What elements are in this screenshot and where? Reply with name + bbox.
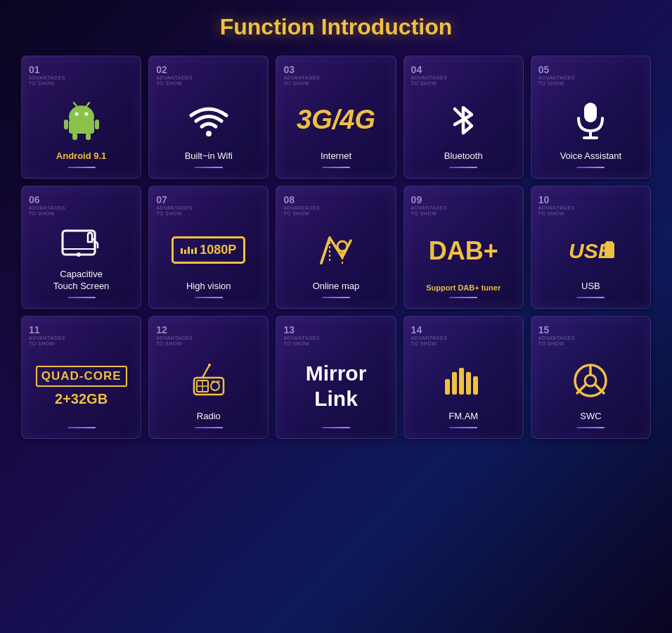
svg-rect-7: [95, 120, 99, 129]
card-subtitle: ADVANTAGESTO SHOW: [156, 205, 193, 217]
card-underline: [449, 167, 477, 168]
wifi-icon: [156, 87, 261, 151]
svg-rect-33: [217, 381, 220, 383]
card-subtitle: ADVANTAGESTO SHOW: [283, 335, 320, 347]
card-swc: 15 ADVANTAGESTO SHOW SWC: [531, 316, 651, 439]
dab-text: DAB+: [429, 236, 498, 266]
svg-line-3: [74, 103, 77, 106]
mirrorlink-icon: MirrorLink: [283, 347, 388, 423]
card-underline: [322, 427, 350, 428]
card-number: 12: [156, 325, 167, 335]
card-underline: [322, 297, 350, 298]
swc-icon: [538, 347, 643, 411]
feature-grid: 01 ADVANTAGESTO SHOW And: [21, 56, 651, 439]
card-underline: [322, 167, 350, 168]
3g4g-text: 3G/4G: [297, 105, 375, 135]
storage-text: 2+32GB: [36, 391, 127, 407]
card-subtitle: ADVANTAGESTO SHOW: [411, 335, 448, 347]
3g4g-icon: 3G/4G: [283, 87, 388, 151]
card-highvision: 07 ADVANTAGESTO SHOW 1080P High vision: [148, 186, 269, 309]
card-underline: [449, 297, 477, 298]
svg-point-31: [208, 364, 211, 366]
card-fmam: 14 ADVANTAGESTO SHOW FM.AM: [403, 316, 524, 439]
card-number: 04: [411, 65, 422, 75]
radio-icon: [156, 347, 261, 411]
usb-icon: USB: [538, 217, 643, 281]
card-label-dab: Support DAB+ tuner: [411, 283, 516, 293]
card-label-radio: Radio: [156, 411, 261, 423]
fmam-icon: [411, 347, 516, 411]
card-quadcore: 11 ADVANTAGESTO SHOW QUAD-CORE 2+32GB: [21, 316, 141, 439]
card-number: 02: [156, 65, 167, 75]
card-label-fmam: FM.AM: [411, 411, 516, 423]
card-number: 14: [411, 325, 422, 335]
card-label-highvision: High vision: [156, 281, 261, 293]
card-subtitle: ADVANTAGESTO SHOW: [411, 205, 448, 217]
card-subtitle: ADVANTAGESTO SHOW: [156, 335, 193, 347]
svg-point-16: [77, 252, 81, 257]
svg-point-10: [206, 131, 212, 136]
svg-rect-6: [64, 120, 68, 129]
card-mirrorlink: 13 ADVANTAGESTO SHOW MirrorLink: [276, 316, 396, 439]
map-icon: [283, 217, 388, 281]
svg-point-29: [211, 382, 219, 390]
svg-rect-36: [459, 368, 464, 395]
card-internet: 03 ADVANTAGESTO SHOW 3G/4G Internet: [276, 56, 396, 179]
card-label-usb: USB: [538, 281, 643, 293]
svg-point-18: [337, 241, 347, 251]
card-subtitle: ADVANTAGESTO SHOW: [29, 75, 65, 87]
card-voice: 05 ADVANTAGESTO SHOW Voice Assistant: [531, 56, 651, 179]
card-number: 01: [29, 65, 40, 75]
card-label-bluetooth: Bluetooth: [411, 151, 516, 162]
card-underline: [449, 427, 477, 428]
svg-point-2: [84, 112, 88, 115]
android-icon: [29, 87, 134, 151]
svg-line-30: [202, 365, 209, 378]
svg-rect-11: [584, 103, 597, 122]
svg-rect-8: [72, 133, 77, 140]
svg-rect-34: [445, 379, 450, 395]
quadcore-icon: QUAD-CORE 2+32GB: [29, 347, 134, 423]
card-wifi: 02 ADVANTAGESTO SHOW Built−in Wifi: [148, 56, 269, 179]
card-subtitle: ADVANTAGESTO SHOW: [411, 75, 448, 87]
card-bluetooth: 04 ADVANTAGESTO SHOW Bluetooth: [403, 56, 524, 179]
card-number: 09: [411, 195, 422, 205]
1080p-text: 1080P: [200, 243, 236, 257]
card-underline: [67, 427, 96, 428]
page-title: Function Introduction: [220, 14, 453, 40]
card-label-touchscreen: CapacitiveTouch Screen: [29, 269, 134, 293]
card-underline: [576, 297, 605, 298]
card-label-internet: Internet: [283, 151, 388, 162]
card-subtitle: ADVANTAGESTO SHOW: [283, 205, 320, 217]
svg-rect-32: [212, 381, 215, 383]
svg-rect-9: [86, 133, 91, 140]
dab-icon: DAB+: [411, 217, 516, 283]
quadcore-text: QUAD-CORE: [36, 366, 127, 387]
card-label-wifi: Built−in Wifi: [156, 151, 261, 162]
svg-rect-38: [473, 376, 478, 395]
card-subtitle: ADVANTAGESTO SHOW: [538, 335, 575, 347]
svg-rect-5: [69, 120, 94, 134]
card-subtitle: ADVANTAGESTO SHOW: [538, 205, 575, 217]
touchscreen-icon: [29, 217, 134, 269]
card-subtitle: ADVANTAGESTO SHOW: [283, 75, 320, 87]
card-underline: [195, 297, 223, 298]
svg-rect-24: [606, 241, 613, 245]
card-underline: [576, 427, 605, 428]
card-subtitle: ADVANTAGESTO SHOW: [29, 205, 65, 217]
mic-icon: [538, 87, 643, 151]
card-underline: [67, 297, 96, 298]
card-label-onlinemap: Online map: [283, 281, 388, 293]
card-number: 05: [538, 65, 550, 75]
card-number: 10: [538, 195, 550, 205]
card-subtitle: ADVANTAGESTO SHOW: [29, 335, 65, 347]
card-subtitle: ADVANTAGESTO SHOW: [156, 75, 193, 87]
card-underline: [67, 167, 96, 168]
card-number: 03: [283, 65, 295, 75]
card-underline: [195, 427, 223, 428]
card-radio: 12 ADVANTAGESTO SHOW Radio: [148, 316, 269, 439]
card-label-android: Android 9.1: [29, 151, 134, 162]
card-subtitle: ADVANTAGESTO SHOW: [538, 75, 575, 87]
card-touchscreen: 06 ADVANTAGESTO SHOW CapacitiveTouch Scr…: [21, 186, 141, 309]
card-number: 11: [29, 325, 40, 335]
